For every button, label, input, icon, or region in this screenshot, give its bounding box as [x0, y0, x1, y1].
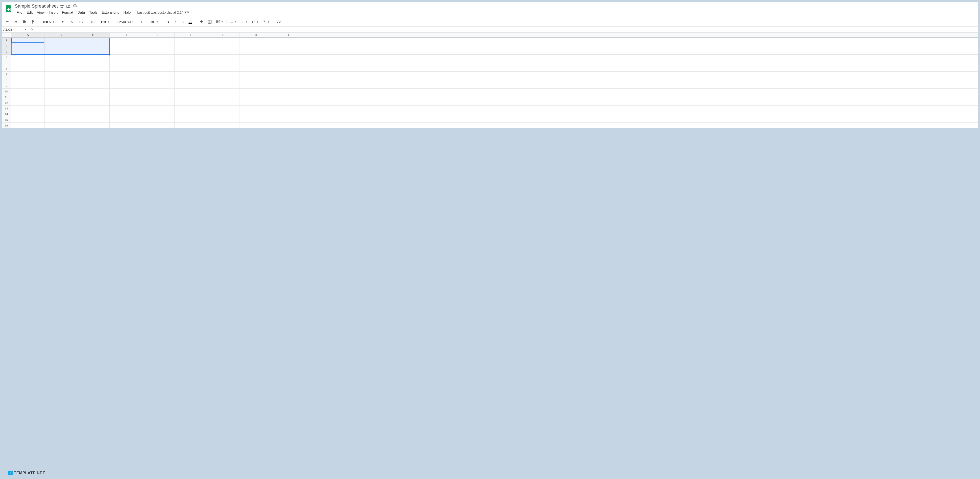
- cell-G9[interactable]: [207, 83, 240, 89]
- row-header-10[interactable]: 10: [2, 89, 11, 94]
- cell-B16[interactable]: [45, 123, 77, 128]
- cell-B14[interactable]: [45, 111, 77, 117]
- cell-B4[interactable]: [45, 54, 77, 60]
- cell-C3[interactable]: [77, 49, 110, 54]
- cell-G8[interactable]: [207, 77, 240, 83]
- cell-D10[interactable]: [110, 89, 142, 94]
- cell-I5[interactable]: [272, 60, 305, 66]
- cell-H2[interactable]: [240, 43, 272, 49]
- cell-A13[interactable]: [11, 106, 45, 111]
- cell-A6[interactable]: [11, 66, 45, 72]
- cell-E6[interactable]: [142, 66, 175, 72]
- cell-C16[interactable]: [77, 123, 110, 128]
- cell-F4[interactable]: [175, 54, 207, 60]
- increase-decimal-button[interactable]: .00↗: [86, 19, 97, 25]
- horizontal-align-dropdown[interactable]: ▼: [228, 19, 239, 25]
- cell-B1[interactable]: [45, 38, 77, 43]
- cell-B7[interactable]: [45, 72, 77, 77]
- text-rotation-dropdown[interactable]: ▼: [261, 19, 271, 25]
- percent-button[interactable]: %: [67, 19, 75, 25]
- column-header-A[interactable]: A: [11, 33, 45, 38]
- undo-button[interactable]: [4, 19, 11, 25]
- cell-stub[interactable]: [305, 111, 978, 117]
- cell-I14[interactable]: [272, 111, 305, 117]
- cell-G6[interactable]: [207, 66, 240, 72]
- cell-H11[interactable]: [240, 94, 272, 100]
- cell-C2[interactable]: [77, 43, 110, 49]
- column-header-E[interactable]: E: [142, 33, 175, 38]
- document-title[interactable]: Sample Spreadsheet: [15, 3, 58, 9]
- cell-E11[interactable]: [142, 94, 175, 100]
- menu-help[interactable]: Help: [121, 10, 132, 16]
- strikethrough-button[interactable]: S: [179, 19, 186, 25]
- font-size-dropdown[interactable]: 10 ▼: [148, 19, 161, 25]
- cell-H9[interactable]: [240, 83, 272, 89]
- cell-F5[interactable]: [175, 60, 207, 66]
- row-header-4[interactable]: 4: [2, 54, 11, 60]
- cell-H12[interactable]: [240, 100, 272, 106]
- cell-C8[interactable]: [77, 77, 110, 83]
- cell-A10[interactable]: [11, 89, 45, 94]
- menu-insert[interactable]: Insert: [47, 10, 60, 16]
- cell-stub[interactable]: [305, 83, 978, 89]
- cell-A16[interactable]: [11, 123, 45, 128]
- cell-F10[interactable]: [175, 89, 207, 94]
- menu-edit[interactable]: Edit: [25, 10, 35, 16]
- cell-H7[interactable]: [240, 72, 272, 77]
- cell-F6[interactable]: [175, 66, 207, 72]
- cell-D11[interactable]: [110, 94, 142, 100]
- cell-C12[interactable]: [77, 100, 110, 106]
- borders-button[interactable]: [206, 19, 213, 25]
- cell-D1[interactable]: [110, 38, 142, 43]
- cell-E2[interactable]: [142, 43, 175, 49]
- cell-A9[interactable]: [11, 83, 45, 89]
- decrease-decimal-button[interactable]: .0↙: [76, 19, 86, 25]
- cell-B5[interactable]: [45, 60, 77, 66]
- cell-I2[interactable]: [272, 43, 305, 49]
- cell-F13[interactable]: [175, 106, 207, 111]
- row-header-15[interactable]: 15: [2, 117, 11, 123]
- cell-E1[interactable]: [142, 38, 175, 43]
- cell-E13[interactable]: [142, 106, 175, 111]
- column-header-B[interactable]: B: [45, 33, 77, 38]
- cell-C14[interactable]: [77, 111, 110, 117]
- cell-I3[interactable]: [272, 49, 305, 54]
- font-dropdown[interactable]: Default (Ari... ▼: [115, 19, 144, 25]
- cell-C5[interactable]: [77, 60, 110, 66]
- cell-E4[interactable]: [142, 54, 175, 60]
- cell-I10[interactable]: [272, 89, 305, 94]
- cell-G7[interactable]: [207, 72, 240, 77]
- cell-G12[interactable]: [207, 100, 240, 106]
- cell-E15[interactable]: [142, 117, 175, 123]
- menu-format[interactable]: Format: [60, 10, 75, 16]
- cell-stub[interactable]: [305, 43, 978, 49]
- insert-link-button[interactable]: [275, 19, 282, 25]
- row-header-2[interactable]: 2: [2, 43, 11, 49]
- vertical-align-dropdown[interactable]: ▼: [239, 19, 250, 25]
- cell-C10[interactable]: [77, 89, 110, 94]
- row-header-11[interactable]: 11: [2, 94, 11, 100]
- cell-D13[interactable]: [110, 106, 142, 111]
- cell-D2[interactable]: [110, 43, 142, 49]
- cell-H15[interactable]: [240, 117, 272, 123]
- cell-I6[interactable]: [272, 66, 305, 72]
- italic-button[interactable]: I: [172, 19, 178, 25]
- cell-E5[interactable]: [142, 60, 175, 66]
- cell-H1[interactable]: [240, 38, 272, 43]
- row-header-14[interactable]: 14: [2, 111, 11, 117]
- row-header-16[interactable]: 16: [2, 123, 11, 128]
- cell-stub[interactable]: [305, 89, 978, 94]
- menu-view[interactable]: View: [35, 10, 47, 16]
- cell-stub[interactable]: [305, 54, 978, 60]
- cell-F7[interactable]: [175, 72, 207, 77]
- redo-button[interactable]: [12, 19, 20, 25]
- cell-C11[interactable]: [77, 94, 110, 100]
- cell-B12[interactable]: [45, 100, 77, 106]
- cell-G13[interactable]: [207, 106, 240, 111]
- text-wrap-dropdown[interactable]: ▼: [250, 19, 260, 25]
- cell-C6[interactable]: [77, 66, 110, 72]
- cell-E3[interactable]: [142, 49, 175, 54]
- column-header-G[interactable]: G: [207, 33, 240, 38]
- column-header-I[interactable]: I: [272, 33, 305, 38]
- cell-B15[interactable]: [45, 117, 77, 123]
